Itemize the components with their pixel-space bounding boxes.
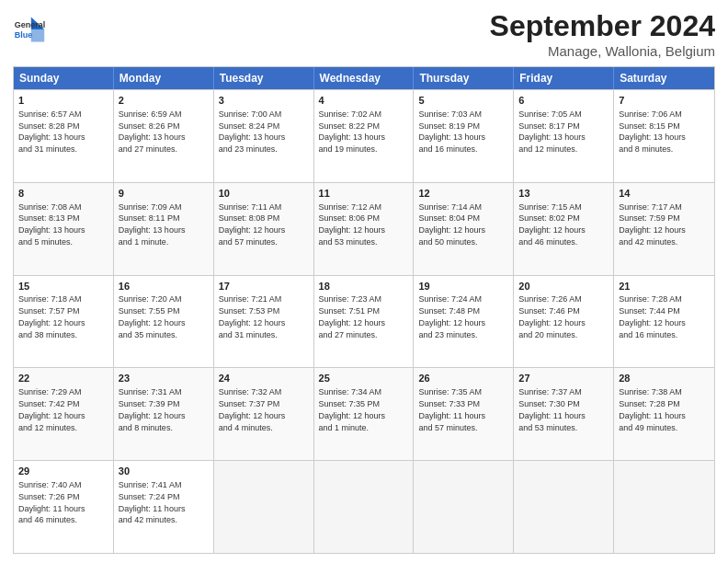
calendar-cell — [614, 461, 714, 553]
daylight-label: Daylight: 13 hours — [18, 132, 85, 142]
svg-marker-2 — [31, 29, 44, 42]
calendar-row-4: 22 Sunrise: 7:29 AM Sunset: 7:42 PM Dayl… — [14, 367, 714, 460]
daylight-minutes: and 19 minutes. — [319, 144, 378, 154]
daylight-label: Daylight: 11 hours — [18, 504, 85, 513]
header-thursday: Thursday — [414, 67, 514, 89]
sunrise: Sunrise: 7:00 AM — [219, 109, 282, 119]
daylight-label: Daylight: 12 hours — [619, 225, 686, 235]
sunset: Sunset: 8:08 PM — [219, 213, 280, 223]
daylight-minutes: and 53 minutes. — [518, 423, 577, 432]
calendar-cell: 8 Sunrise: 7:08 AM Sunset: 8:13 PM Dayli… — [14, 183, 114, 275]
daylight-label: Daylight: 12 hours — [518, 318, 586, 327]
sunset: Sunset: 7:42 PM — [18, 399, 80, 408]
header-wednesday: Wednesday — [314, 67, 415, 89]
day-number: 22 — [18, 372, 108, 385]
sunset: Sunset: 8:28 PM — [18, 121, 80, 131]
day-number: 11 — [319, 187, 409, 201]
sunrise: Sunrise: 7:12 AM — [319, 202, 382, 212]
sunrise: Sunrise: 7:06 AM — [619, 109, 682, 119]
sunset: Sunset: 7:28 PM — [619, 399, 680, 408]
daylight-label: Daylight: 12 hours — [18, 318, 85, 327]
daylight-minutes: and 42 minutes. — [619, 237, 677, 247]
sunset: Sunset: 7:46 PM — [518, 306, 580, 316]
logo: General Blue — [13, 13, 50, 46]
daylight-label: Daylight: 12 hours — [119, 411, 186, 420]
svg-text:General: General — [15, 20, 46, 29]
sunrise: Sunrise: 7:11 AM — [219, 202, 282, 212]
calendar-cell: 5 Sunrise: 7:03 AM Sunset: 8:19 PM Dayli… — [414, 90, 514, 182]
sunset: Sunset: 7:24 PM — [119, 492, 180, 501]
daylight-minutes: and 31 minutes. — [219, 330, 278, 339]
daylight-minutes: and 5 minutes. — [18, 237, 73, 247]
daylight-minutes: and 38 minutes. — [18, 330, 77, 339]
day-number: 14 — [619, 187, 710, 201]
calendar-cell: 15 Sunrise: 7:18 AM Sunset: 7:57 PM Dayl… — [14, 276, 114, 368]
calendar-cell: 16 Sunrise: 7:20 AM Sunset: 7:55 PM Dayl… — [114, 276, 214, 368]
daylight-label: Daylight: 13 hours — [319, 132, 386, 142]
calendar-cell — [214, 461, 314, 553]
subtitle: Manage, Wallonia, Belgium — [490, 43, 715, 59]
sunset: Sunset: 8:04 PM — [418, 213, 480, 223]
day-number: 1 — [18, 94, 108, 108]
sunrise: Sunrise: 7:24 AM — [418, 294, 482, 304]
day-number: 20 — [518, 280, 609, 293]
daylight-minutes: and 50 minutes. — [418, 237, 477, 247]
sunrise: Sunrise: 7:40 AM — [18, 480, 82, 489]
calendar-cell: 29 Sunrise: 7:40 AM Sunset: 7:26 PM Dayl… — [14, 461, 114, 553]
sunset: Sunset: 7:35 PM — [319, 399, 381, 408]
calendar-cell: 6 Sunrise: 7:05 AM Sunset: 8:17 PM Dayli… — [514, 90, 614, 182]
sunset: Sunset: 7:30 PM — [518, 399, 580, 408]
daylight-minutes: and 46 minutes. — [18, 515, 77, 524]
daylight-minutes: and 31 minutes. — [18, 144, 77, 154]
sunset: Sunset: 7:53 PM — [219, 306, 280, 316]
daylight-minutes: and 23 minutes. — [219, 144, 278, 154]
daylight-label: Daylight: 13 hours — [18, 225, 85, 235]
calendar-row-5: 29 Sunrise: 7:40 AM Sunset: 7:26 PM Dayl… — [14, 460, 714, 553]
sunrise: Sunrise: 7:41 AM — [119, 480, 182, 489]
sunset: Sunset: 7:55 PM — [119, 306, 180, 316]
calendar-cell — [514, 461, 614, 553]
sunrise: Sunrise: 7:09 AM — [119, 202, 182, 212]
daylight-label: Daylight: 11 hours — [518, 411, 586, 420]
day-number: 4 — [319, 94, 409, 108]
calendar-cell: 27 Sunrise: 7:37 AM Sunset: 7:30 PM Dayl… — [514, 368, 614, 460]
calendar-cell: 2 Sunrise: 6:59 AM Sunset: 8:26 PM Dayli… — [114, 90, 214, 182]
daylight-label: Daylight: 12 hours — [219, 411, 286, 420]
calendar-row-3: 15 Sunrise: 7:18 AM Sunset: 7:57 PM Dayl… — [14, 275, 714, 368]
calendar-cell: 22 Sunrise: 7:29 AM Sunset: 7:42 PM Dayl… — [14, 368, 114, 460]
day-number: 30 — [119, 465, 209, 478]
calendar-cell: 10 Sunrise: 7:11 AM Sunset: 8:08 PM Dayl… — [214, 183, 314, 275]
daylight-label: Daylight: 13 hours — [518, 132, 586, 142]
calendar: Sunday Monday Tuesday Wednesday Thursday… — [13, 66, 715, 554]
day-number: 9 — [119, 187, 209, 201]
sunset: Sunset: 8:06 PM — [319, 213, 381, 223]
sunrise: Sunrise: 7:28 AM — [619, 294, 682, 304]
header-monday: Monday — [114, 67, 214, 89]
sunrise: Sunrise: 7:31 AM — [119, 387, 182, 396]
daylight-minutes: and 35 minutes. — [119, 330, 177, 339]
daylight-label: Daylight: 13 hours — [119, 225, 186, 235]
day-number: 6 — [518, 94, 609, 108]
sunrise: Sunrise: 7:08 AM — [18, 202, 82, 212]
daylight-minutes: and 57 minutes. — [418, 423, 477, 432]
calendar-header: Sunday Monday Tuesday Wednesday Thursday… — [14, 67, 714, 89]
daylight-minutes: and 1 minute. — [119, 237, 169, 247]
calendar-cell: 19 Sunrise: 7:24 AM Sunset: 7:48 PM Dayl… — [414, 276, 514, 368]
sunrise: Sunrise: 7:32 AM — [219, 387, 282, 396]
sunrise: Sunrise: 7:20 AM — [119, 294, 182, 304]
daylight-label: Daylight: 12 hours — [119, 318, 186, 327]
header-sunday: Sunday — [14, 67, 114, 89]
sunset: Sunset: 8:26 PM — [119, 121, 180, 131]
calendar-cell: 18 Sunrise: 7:23 AM Sunset: 7:51 PM Dayl… — [314, 276, 415, 368]
sunrise: Sunrise: 7:18 AM — [18, 294, 82, 304]
day-number: 10 — [219, 187, 309, 201]
sunset: Sunset: 8:24 PM — [219, 121, 280, 131]
calendar-cell: 26 Sunrise: 7:35 AM Sunset: 7:33 PM Dayl… — [414, 368, 514, 460]
daylight-minutes: and 27 minutes. — [319, 330, 378, 339]
daylight-label: Daylight: 13 hours — [119, 132, 186, 142]
calendar-cell — [414, 461, 514, 553]
daylight-minutes: and 23 minutes. — [418, 330, 477, 339]
calendar-cell: 20 Sunrise: 7:26 AM Sunset: 7:46 PM Dayl… — [514, 276, 614, 368]
day-number: 27 — [518, 372, 609, 385]
sunrise: Sunrise: 7:38 AM — [619, 387, 682, 396]
